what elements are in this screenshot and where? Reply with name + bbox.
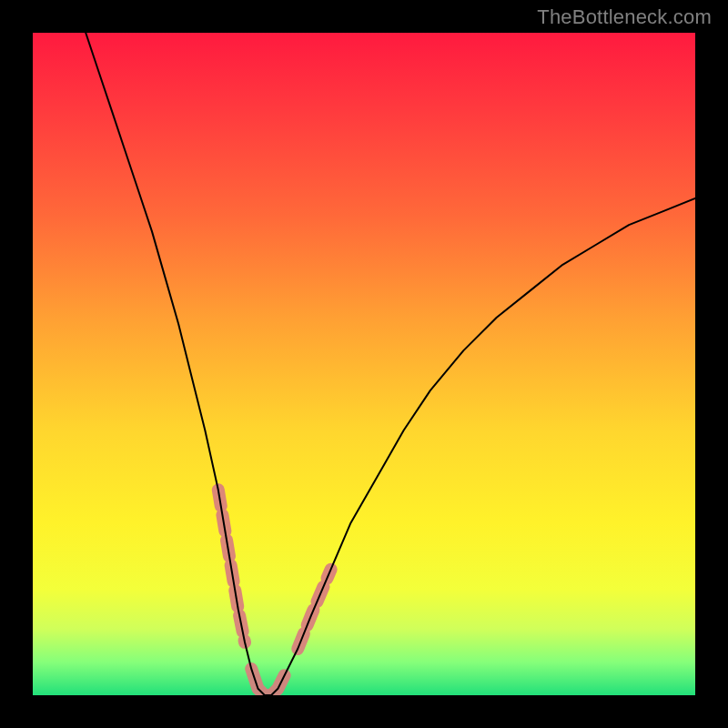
chart-svg xyxy=(33,33,695,695)
chart-background xyxy=(33,33,695,695)
watermark-text: TheBottleneck.com xyxy=(537,5,712,29)
plot-area xyxy=(33,33,695,695)
chart-frame: { "watermark": "TheBottleneck.com", "col… xyxy=(0,0,728,728)
